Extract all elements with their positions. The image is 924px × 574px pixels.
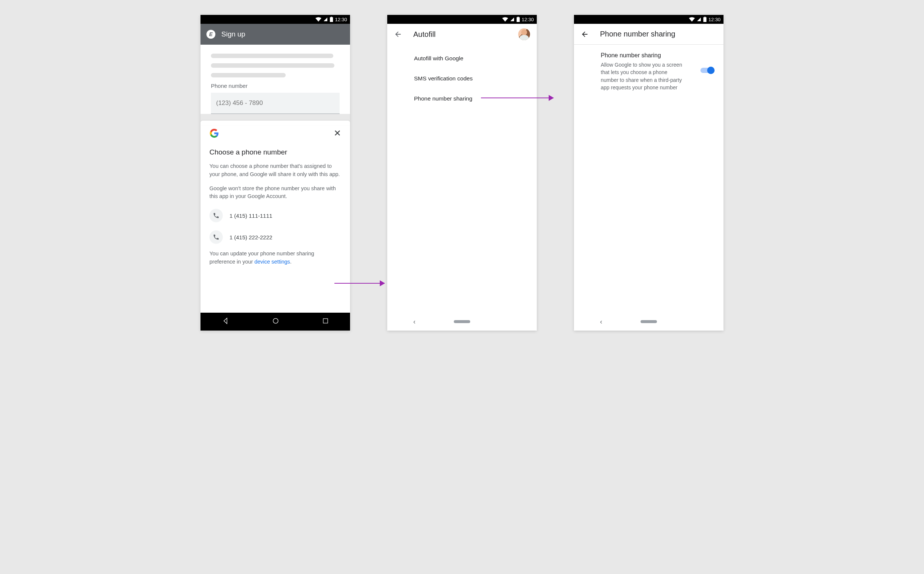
nav-recents-icon[interactable]	[322, 317, 329, 326]
status-bar: 12:30	[201, 15, 350, 24]
back-button[interactable]	[581, 30, 589, 39]
wifi-icon	[502, 17, 508, 22]
sheet-title: Choose a phone number	[209, 148, 341, 156]
wifi-icon	[316, 17, 321, 22]
battery-icon	[516, 17, 520, 22]
svg-rect-3	[323, 319, 328, 323]
svg-rect-7	[703, 17, 706, 22]
placeholder-line	[211, 54, 333, 58]
placeholder-line	[211, 73, 286, 77]
phone-option-label: 1 (415) 222-2222	[229, 234, 272, 240]
sheet-footer-text: You can update your phone number sharing…	[209, 250, 341, 266]
page-title: Phone number sharing	[600, 30, 675, 38]
nav-back-icon[interactable]	[222, 317, 229, 326]
app-title: Sign up	[222, 30, 245, 38]
gesture-pill[interactable]	[641, 320, 657, 323]
menu-item-sms-codes[interactable]: SMS verification codes	[387, 68, 537, 88]
status-time: 12:30	[522, 17, 534, 22]
phone-input[interactable]	[211, 93, 339, 114]
phone-field-label: Phone number	[211, 83, 339, 89]
device-settings-link[interactable]: device settings	[255, 259, 290, 265]
svg-rect-0	[331, 17, 332, 17]
status-bar: 12:30	[574, 15, 723, 24]
gesture-back-icon[interactable]: ‹	[413, 318, 415, 326]
google-logo-icon	[209, 128, 219, 138]
signup-form: Phone number	[201, 45, 350, 114]
status-time: 12:30	[708, 17, 721, 22]
phone-sharing-setting: 12:30 Phone number sharing Phone number …	[574, 15, 723, 331]
sheet-description-2: Google won't store the phone number you …	[209, 184, 341, 201]
phone-option-label: 1 (415) 111-1111	[229, 213, 272, 219]
svg-rect-1	[330, 17, 333, 22]
status-bar: 12:30	[387, 15, 537, 24]
setting-title: Phone number sharing	[601, 52, 695, 59]
toggle-switch[interactable]	[701, 66, 715, 74]
phone-option-1[interactable]: 1 (415) 111-1111	[209, 209, 341, 222]
phone-icon	[209, 230, 223, 244]
battery-icon	[330, 17, 333, 22]
svg-rect-5	[517, 17, 520, 22]
gesture-nav-bar: ‹	[387, 313, 537, 331]
placeholder-line	[211, 63, 335, 68]
menu-item-autofill-google[interactable]: Autofill with Google	[387, 48, 537, 68]
phone-option-2[interactable]: 1 (415) 222-2222	[209, 230, 341, 244]
wifi-icon	[689, 17, 695, 22]
phone-signup: 12:30 E Sign up Phone number ✕ Choose a …	[201, 15, 350, 331]
svg-point-2	[273, 318, 278, 323]
gesture-nav-bar: ‹	[574, 313, 723, 331]
battery-icon	[703, 17, 707, 22]
app-logo: E	[206, 30, 215, 39]
gesture-back-icon[interactable]: ‹	[600, 318, 602, 326]
cell-signal-icon	[323, 17, 328, 22]
android-nav-bar	[201, 313, 350, 331]
phone-icon	[209, 209, 223, 222]
settings-list: Autofill with Google SMS verification co…	[387, 45, 537, 112]
app-bar: E Sign up	[201, 24, 350, 45]
nav-home-icon[interactable]	[272, 317, 279, 326]
sheet-description-1: You can choose a phone number that's ass…	[209, 162, 341, 179]
back-button[interactable]	[394, 30, 403, 39]
toolbar: Phone number sharing	[574, 24, 723, 45]
cell-signal-icon	[696, 17, 702, 22]
setting-description: Allow Google to show you a screen that l…	[601, 61, 683, 91]
close-button[interactable]: ✕	[334, 128, 341, 139]
page-title: Autofill	[413, 30, 435, 39]
svg-rect-6	[704, 17, 706, 17]
toolbar: Autofill	[387, 24, 537, 45]
profile-avatar[interactable]	[518, 28, 530, 40]
menu-item-phone-sharing[interactable]: Phone number sharing	[387, 88, 537, 109]
cell-signal-icon	[510, 17, 515, 22]
gesture-pill[interactable]	[454, 320, 470, 323]
setting-row[interactable]: Phone number sharing Allow Google to sho…	[574, 45, 723, 99]
status-time: 12:30	[335, 17, 347, 22]
svg-rect-4	[517, 17, 519, 17]
phone-picker-sheet: ✕ Choose a phone number You can choose a…	[201, 125, 350, 313]
sheet-separator	[201, 114, 350, 125]
phone-autofill-settings: 12:30 Autofill Autofill with Google SMS …	[387, 15, 537, 331]
